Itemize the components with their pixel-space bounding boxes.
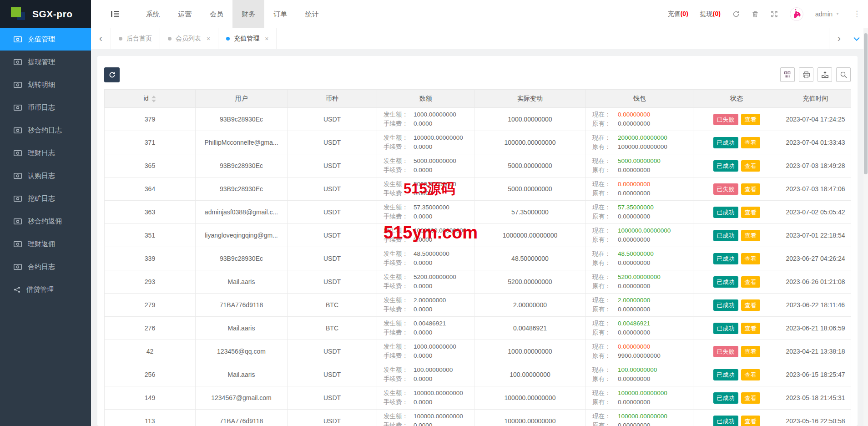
view-button[interactable]: 查看 xyxy=(741,114,760,125)
sidebar-item-8[interactable]: 秒合约返佣 xyxy=(0,210,91,233)
cell-coin: USDT xyxy=(288,131,377,154)
view-button[interactable]: 查看 xyxy=(741,416,760,426)
col-header-id[interactable]: id xyxy=(105,90,196,108)
fullscreen-icon[interactable] xyxy=(771,10,778,18)
sidebar-item-3[interactable]: 币币日志 xyxy=(0,96,91,119)
print-button[interactable] xyxy=(799,67,813,82)
cell-amount: 发生额：5000.00000000手续费：0.0000 xyxy=(377,154,474,178)
refresh-table-button[interactable] xyxy=(104,67,120,82)
search-button[interactable] xyxy=(836,67,851,82)
cell-status: 已成功查看 xyxy=(693,270,780,294)
tab-close-icon[interactable]: × xyxy=(207,35,210,42)
view-button[interactable]: 查看 xyxy=(741,183,760,195)
tab-close-icon[interactable]: × xyxy=(265,35,268,42)
avatar[interactable] xyxy=(790,7,803,21)
scrollbar-thumb[interactable] xyxy=(864,33,868,174)
recharge-count: (0) xyxy=(681,10,688,17)
withdraw-count: (0) xyxy=(713,10,721,17)
cell-user: 123456@qq.com xyxy=(196,340,288,363)
withdraw-counter[interactable]: 提现(0) xyxy=(700,10,721,18)
money-icon xyxy=(14,150,22,156)
tabs-scroll-right-icon[interactable]: › xyxy=(829,28,849,49)
tab-1[interactable]: 会员列表× xyxy=(160,28,218,49)
tabs-dropdown-icon[interactable] xyxy=(849,28,864,49)
view-button[interactable]: 查看 xyxy=(741,253,760,264)
sidebar-item-7[interactable]: 挖矿日志 xyxy=(0,187,91,210)
share-icon xyxy=(14,286,20,293)
more-menu-icon[interactable]: ⋮ xyxy=(851,9,863,19)
nav-item-4[interactable]: 订单 xyxy=(264,0,296,28)
sidebar: SGX-pro 充值管理提现管理划转明细币币日志秒合约日志理财日志认购日志挖矿日… xyxy=(0,0,91,426)
tab-2[interactable]: 充值管理× xyxy=(218,28,277,49)
sidebar-item-label: 秒合约返佣 xyxy=(28,217,62,226)
cell-status: 已成功查看 xyxy=(693,247,780,270)
recharge-counter[interactable]: 充值(0) xyxy=(668,10,688,18)
cell-status: 已成功查看 xyxy=(693,363,780,386)
view-button[interactable]: 查看 xyxy=(741,346,760,357)
cell-status: 已成功查看 xyxy=(693,154,780,178)
tab-0[interactable]: 后台首页 xyxy=(111,28,160,49)
cell-actual-change: 48.50000000 xyxy=(474,247,586,270)
cell-coin: USDT xyxy=(288,386,377,410)
status-badge: 已成功 xyxy=(713,369,738,380)
cell-time: 2023-07-01 22:18:54 xyxy=(780,224,851,247)
nav-item-3[interactable]: 财务 xyxy=(232,0,264,28)
money-icon xyxy=(14,196,22,202)
recharge-table: id用户币种数额实际变动钱包状态充值时间 37993B9c28930EcUSDT… xyxy=(104,89,851,426)
cell-time: 2023-06-26 01:21:08 xyxy=(780,270,851,294)
sidebar-item-label: 借贷管理 xyxy=(26,285,54,294)
sidebar-item-6[interactable]: 认购日志 xyxy=(0,164,91,187)
nav-item-2[interactable]: 会员 xyxy=(201,0,232,28)
view-button[interactable]: 查看 xyxy=(741,369,760,380)
admin-menu[interactable]: admin ▼ xyxy=(815,10,839,18)
columns-filter-button[interactable] xyxy=(780,67,795,82)
sidebar-item-10[interactable]: 合约日志 xyxy=(0,255,91,278)
sidebar-item-1[interactable]: 提现管理 xyxy=(0,51,91,73)
sort-icon[interactable] xyxy=(151,96,156,102)
col-header-实际变动: 实际变动 xyxy=(474,90,586,108)
cell-user: Mail.aaris xyxy=(196,270,288,294)
cell-id: 351 xyxy=(105,224,196,247)
view-button[interactable]: 查看 xyxy=(741,299,760,311)
tab-dot-icon xyxy=(119,37,122,41)
view-button[interactable]: 查看 xyxy=(741,207,760,218)
view-button[interactable]: 查看 xyxy=(741,137,760,148)
cell-user: Mail.aaris xyxy=(196,363,288,386)
cell-status: 已失败查看 xyxy=(693,178,780,201)
export-button[interactable] xyxy=(818,67,832,82)
sidebar-item-0[interactable]: 充值管理 xyxy=(0,28,91,51)
view-button[interactable]: 查看 xyxy=(741,276,760,288)
cell-user: liyangloveqingqing@gm... xyxy=(196,224,288,247)
cell-time: 2023-07-04 17:24:25 xyxy=(780,108,851,131)
cell-actual-change: 1000.00000000 xyxy=(474,108,586,131)
cell-actual-change: 100000.00000000 xyxy=(474,131,586,154)
col-header-充值时间: 充值时间 xyxy=(780,90,851,108)
sidebar-item-9[interactable]: 理财返佣 xyxy=(0,233,91,255)
tab-dot-icon xyxy=(168,37,172,41)
cell-id: 371 xyxy=(105,131,196,154)
view-button[interactable]: 查看 xyxy=(741,323,760,334)
page-scrollbar[interactable] xyxy=(863,28,868,426)
nav-item-0[interactable]: 系统 xyxy=(137,0,169,28)
nav-item-5[interactable]: 统计 xyxy=(296,0,328,28)
view-button[interactable]: 查看 xyxy=(741,160,760,172)
cell-coin: USDT xyxy=(288,201,377,224)
cell-coin: USDT xyxy=(288,270,377,294)
nav-item-1[interactable]: 运营 xyxy=(169,0,201,28)
status-badge: 已成功 xyxy=(713,299,738,311)
collapse-menu-icon[interactable] xyxy=(111,10,120,17)
refresh-icon[interactable] xyxy=(732,10,740,18)
view-button[interactable]: 查看 xyxy=(741,230,760,241)
sidebar-item-2[interactable]: 划转明细 xyxy=(0,73,91,96)
sidebar-item-5[interactable]: 理财日志 xyxy=(0,142,91,164)
tabs-scroll-left-icon[interactable]: ‹ xyxy=(91,28,111,49)
trash-icon[interactable] xyxy=(752,10,759,18)
view-button[interactable]: 查看 xyxy=(741,392,760,404)
cell-wallet: 现在：0.00000000原有：0.00000000 xyxy=(586,178,693,201)
header-right: 充值(0) 提现(0) admin ▼ ⋮ xyxy=(668,7,868,21)
cell-time: 2023-06-21 18:06:59 xyxy=(780,317,851,340)
cell-wallet: 现在：2.00000000原有：0.00000000 xyxy=(586,294,693,317)
sidebar-item-4[interactable]: 秒合约日志 xyxy=(0,119,91,142)
money-icon xyxy=(14,218,22,224)
sidebar-item-11[interactable]: 借贷管理 xyxy=(0,278,91,301)
